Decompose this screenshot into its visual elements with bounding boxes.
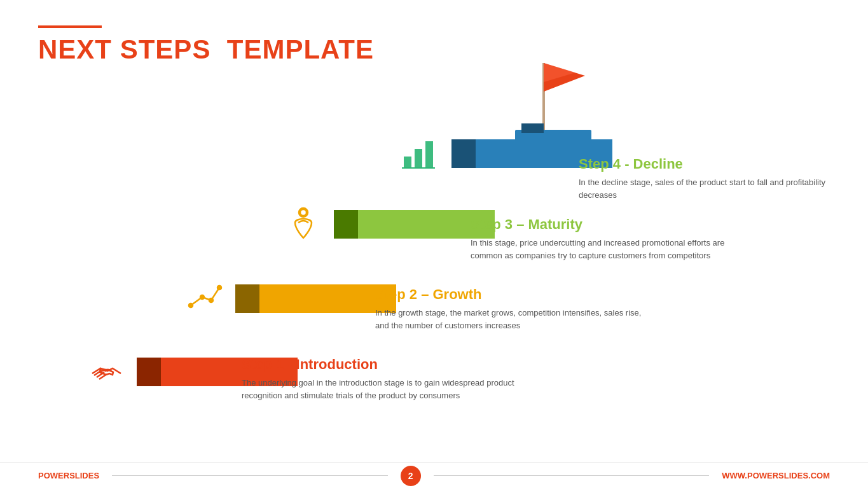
svg-rect-14 — [521, 123, 544, 133]
header: NEXT STEPS TEMPLATE — [38, 25, 374, 65]
step4-bar-dark — [451, 139, 476, 168]
step2-description: In the growth stage, the market grows, c… — [375, 307, 649, 332]
footer: POWERSLIDES 2 WWW.POWERSLIDES.COM — [0, 463, 868, 488]
step3-description: In this stage, price undercutting and in… — [471, 237, 744, 262]
page-number: 2 — [401, 466, 421, 486]
person-pin-icon — [286, 205, 321, 243]
page-title: NEXT STEPS TEMPLATE — [38, 34, 374, 65]
svg-rect-7 — [415, 149, 422, 168]
step2-bar-dark — [235, 284, 259, 313]
bar-chart-icon — [401, 136, 439, 171]
svg-rect-6 — [404, 157, 411, 168]
header-accent-line — [38, 25, 102, 28]
footer-brand: POWERSLIDES — [38, 471, 99, 480]
brand-black: POWER — [38, 471, 69, 480]
step1-title: Step 1 - Introduction — [242, 356, 515, 373]
footer-website: WWW.POWERSLIDES.COM — [722, 471, 830, 480]
step4-title: Step 4 - Decline — [579, 156, 830, 172]
step1-text: Step 1 - Introduction The underlying goa… — [242, 356, 515, 402]
step1-description: The underlying goal in the introduction … — [242, 377, 515, 402]
step3-bar-dark — [334, 210, 358, 239]
handshake-icon — [89, 354, 124, 389]
title-orange: TEMPLATE — [227, 34, 374, 64]
flag-container — [515, 60, 591, 143]
brand-orange: SLIDES — [69, 471, 99, 480]
footer-line-right — [434, 475, 710, 476]
step1-bar-dark — [137, 358, 161, 386]
step2-text: Step 2 – Growth In the growth stage, the… — [375, 286, 649, 332]
svg-point-5 — [300, 209, 307, 216]
step2-bar — [235, 284, 396, 313]
step3-text: Step 3 – Maturity In this stage, price u… — [471, 216, 744, 262]
step4-text: Step 4 - Decline In the decline stage, s… — [579, 156, 830, 202]
footer-line-left — [112, 475, 388, 476]
step4-description: In the decline stage, sales of the produ… — [579, 176, 830, 202]
step2-bar-container — [184, 281, 396, 316]
line-chart-icon — [184, 281, 223, 316]
step3-bar-container — [286, 205, 495, 243]
title-black: NEXT STEPS — [38, 34, 210, 64]
step3-title: Step 3 – Maturity — [471, 216, 744, 233]
svg-rect-8 — [425, 141, 433, 168]
main-content: Step 1 - Introduction The underlying goa… — [38, 89, 830, 456]
step2-title: Step 2 – Growth — [375, 286, 649, 303]
